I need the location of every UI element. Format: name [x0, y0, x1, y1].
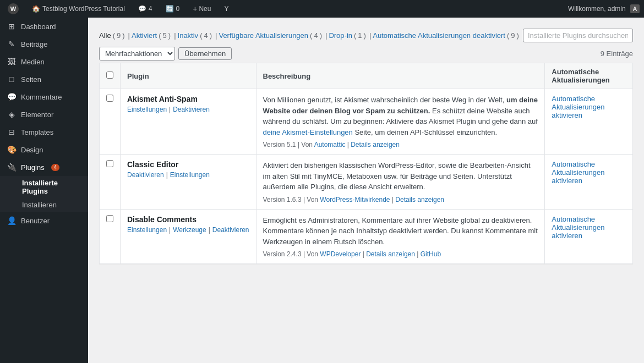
- bulk-select: Mehrfachaktionen Aktivieren Deaktivieren…: [99, 47, 232, 61]
- akismet-auto-update-link[interactable]: Automatische Aktualisierungen aktivieren: [552, 95, 604, 119]
- filter-auto-deactivated[interactable]: Automatische Aktualisierungen deaktivier…: [373, 31, 505, 40]
- plugin-table: Plugin Beschreibung Automatische Aktuali…: [99, 63, 633, 264]
- sidebar-submenu-installed-plugins[interactable]: Installierte Plugins: [0, 176, 88, 198]
- seiten-icon: □: [7, 74, 17, 84]
- akismet-auto-update: Automatische Aktualisierungen aktivieren: [552, 95, 626, 119]
- updates-count: 0: [176, 5, 180, 13]
- sidebar-item-design[interactable]: 🎨 Design: [0, 141, 88, 158]
- classic-editor-author-link[interactable]: WordPress-Mitwirkende: [320, 196, 390, 204]
- admin-bar: W 🏠 Testblog WordPress Tutorial 💬 4 🔄 0 …: [0, 0, 644, 18]
- plugin-checkbox-akismet[interactable]: [106, 95, 113, 102]
- kommentare-icon: 💬: [7, 92, 17, 102]
- auto-update-cell-disable-comments: Automatische Aktualisierungen aktivieren: [545, 209, 633, 264]
- classic-editor-settings-link[interactable]: Einstellungen: [170, 171, 210, 179]
- filter-bar: Alle ( 9 ) | Aktiviert ( 5 ) | Inaktiv (…: [99, 29, 633, 42]
- search-box[interactable]: [523, 29, 633, 42]
- select-all-header: [100, 63, 121, 89]
- classic-editor-deactivate-link[interactable]: Deaktivieren: [127, 171, 164, 179]
- sidebar-item-elementor[interactable]: ◈ Elementor: [0, 106, 88, 123]
- site-name-text: Testblog WordPress Tutorial: [42, 5, 125, 13]
- search-input[interactable]: [523, 29, 633, 42]
- akismet-settings-page-link[interactable]: deine Akismet-Einstellungen: [263, 128, 353, 136]
- disable-comments-tools-link[interactable]: Werkzeuge: [173, 226, 206, 234]
- beitraege-icon: ✎: [7, 39, 17, 49]
- plugin-description-classic-editor: Aktiviert den bisherigen klassischen Wor…: [263, 160, 538, 193]
- plugin-desc-cell-disable-comments: Ermöglicht es Administratoren, Kommentar…: [256, 209, 545, 264]
- plugin-desc-cell-classic-editor: Aktiviert den bisherigen klassischen Wor…: [256, 155, 545, 210]
- sidebar: ⊞ Dashboard ✎ Beiträge 🖼 Medien □ Seiten…: [0, 18, 88, 363]
- sidebar-item-label: Templates: [21, 128, 53, 136]
- filter-inactive[interactable]: Inaktiv: [178, 31, 199, 40]
- medien-icon: 🖼: [7, 57, 17, 67]
- disable-comments-auto-update-link[interactable]: Automatische Aktualisierungen aktivieren: [552, 215, 604, 240]
- disable-comments-details-link[interactable]: Details anzeigen: [366, 250, 415, 258]
- sidebar-item-label: Beiträge: [21, 40, 47, 48]
- elementor-icon: ◈: [7, 109, 17, 119]
- disable-comments-deactivate-link[interactable]: Deaktivieren: [212, 226, 249, 234]
- auto-update-header: Automatische Aktualisierungen: [545, 63, 633, 89]
- sidebar-item-beitraege[interactable]: ✎ Beiträge: [0, 35, 88, 53]
- sidebar-item-label: Elementor: [21, 111, 53, 119]
- sidebar-item-label: Benutzer: [21, 217, 50, 225]
- select-all-checkbox[interactable]: [106, 72, 113, 79]
- wp-logo-button[interactable]: W: [4, 0, 22, 18]
- plugin-desc-cell-akismet: Von Millionen genutzt, ist Akismet wahrs…: [256, 89, 545, 155]
- row-checkbox-cell: [100, 89, 121, 155]
- plugin-name-akismet: Akismet Anti-Spam: [127, 95, 249, 103]
- site-name-link[interactable]: 🏠 Testblog WordPress Tutorial: [29, 0, 128, 18]
- plugin-checkbox-classic-editor[interactable]: [106, 160, 113, 167]
- plugins-badge: 4: [51, 164, 60, 171]
- yoast-icon[interactable]: Y: [221, 0, 232, 18]
- sidebar-item-label: Seiten: [21, 75, 41, 84]
- classic-editor-details-link[interactable]: Details anzeigen: [395, 196, 444, 204]
- filter-drop-in[interactable]: Drop-in: [329, 31, 352, 40]
- templates-icon: ⊟: [7, 127, 17, 137]
- plugin-checkbox-disable-comments[interactable]: [106, 215, 113, 222]
- sidebar-item-plugins[interactable]: 🔌 Plugins 4: [0, 158, 88, 176]
- plugin-actions-disable-comments: Einstellungen | Werkzeuge | Deaktivieren: [127, 226, 249, 234]
- sidebar-item-medien[interactable]: 🖼 Medien: [0, 53, 88, 70]
- row-checkbox-cell: [100, 209, 121, 264]
- plugins-icon: 🔌: [7, 162, 17, 172]
- filter-activated[interactable]: Aktiviert: [132, 31, 157, 40]
- plugin-version-akismet: Version 5.1 | Von Automattic | Details a…: [263, 141, 538, 148]
- comments-link[interactable]: 💬 4: [135, 0, 156, 18]
- akismet-deactivate-link[interactable]: Deaktivieren: [173, 106, 210, 113]
- yoast-logo: Y: [224, 5, 228, 13]
- sidebar-item-seiten[interactable]: □ Seiten: [0, 70, 88, 88]
- updates-icon: 🔄: [166, 5, 174, 13]
- akismet-settings-link[interactable]: Einstellungen: [127, 106, 167, 113]
- plugin-actions-classic-editor: Deaktivieren | Einstellungen: [127, 171, 249, 179]
- admin-avatar[interactable]: A: [630, 4, 640, 13]
- sidebar-item-label: Kommentare: [21, 93, 62, 101]
- sidebar-item-label: Medien: [21, 58, 45, 66]
- apply-button[interactable]: Übernehmen: [178, 47, 232, 60]
- sidebar-submenu-install-plugins[interactable]: Installieren: [0, 198, 88, 212]
- sidebar-item-label: Dashboard: [21, 23, 56, 31]
- plugin-name-cell: Classic Editor Deaktivieren | Einstellun…: [121, 155, 256, 210]
- bulk-actions-select[interactable]: Mehrfachaktionen Aktivieren Deaktivieren…: [99, 47, 175, 61]
- design-icon: 🎨: [7, 145, 17, 155]
- wp-logo-icon: W: [8, 3, 19, 14]
- disable-comments-settings-link[interactable]: Einstellungen: [127, 226, 167, 234]
- entries-count: 9 Einträge: [601, 50, 633, 58]
- sidebar-item-templates[interactable]: ⊟ Templates: [0, 123, 88, 141]
- sidebar-item-dashboard[interactable]: ⊞ Dashboard: [0, 18, 88, 35]
- welcome-text: Willkommen, admin: [568, 5, 626, 13]
- sidebar-item-benutzer[interactable]: 👤 Benutzer: [0, 212, 88, 229]
- new-content-button[interactable]: + Neu: [189, 0, 214, 18]
- filter-all[interactable]: Alle: [99, 31, 111, 40]
- plugin-actions-akismet: Einstellungen | Deaktivieren: [127, 106, 249, 113]
- akismet-author-link[interactable]: Automattic: [314, 141, 346, 148]
- filter-available-updates[interactable]: Verfügbare Aktualisierungen: [219, 31, 308, 40]
- disable-comments-author-link[interactable]: WPDeveloper: [320, 250, 361, 258]
- plugin-version-disable-comments: Version 2.4.3 | Von WPDeveloper | Detail…: [263, 250, 538, 258]
- classic-editor-auto-update-link[interactable]: Automatische Aktualisierungen aktivieren: [552, 160, 604, 185]
- akismet-details-link[interactable]: Details anzeigen: [351, 141, 400, 148]
- table-row: Akismet Anti-Spam Einstellungen | Deakti…: [100, 89, 633, 155]
- auto-update-cell-akismet: Automatische Aktualisierungen aktivieren: [545, 89, 633, 155]
- updates-link[interactable]: 🔄 0: [162, 0, 183, 18]
- disable-comments-github-link[interactable]: GitHub: [421, 250, 441, 258]
- sidebar-item-kommentare[interactable]: 💬 Kommentare: [0, 88, 88, 106]
- sidebar-item-label: Design: [21, 146, 43, 154]
